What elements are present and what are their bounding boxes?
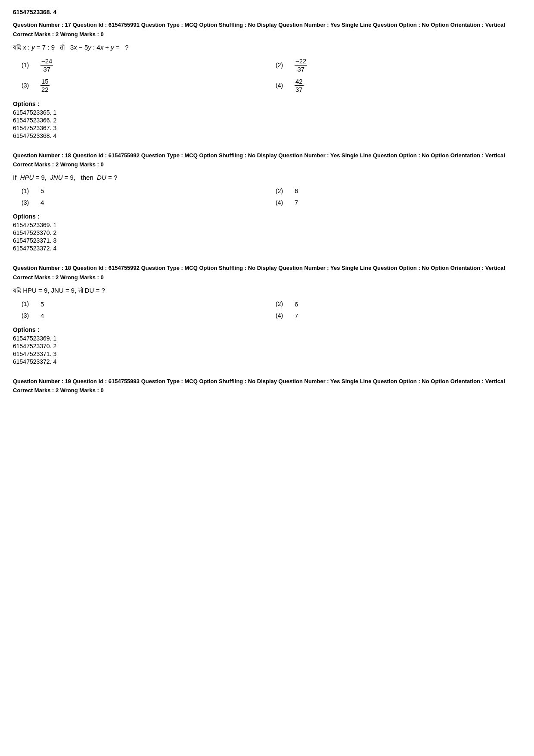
options-label-17: Options :: [13, 100, 521, 107]
option-num-2-18a: (2): [276, 187, 288, 194]
numerator-3-17: 15: [40, 78, 50, 86]
denominator-4-17: 37: [295, 86, 304, 94]
option-num-1-17: (1): [22, 62, 34, 69]
option-2-18a: (2) 6: [276, 187, 521, 194]
question-block-18b: Question Number : 18 Question Id : 61547…: [13, 264, 521, 365]
option-num-4-18a: (4): [276, 199, 288, 206]
options-grid-18b: (1) 5 (2) 6 (3) 4 (4) 7: [13, 300, 521, 319]
question-block-19: Question Number : 19 Question Id : 61547…: [13, 377, 521, 394]
denominator-1-17: 37: [42, 66, 51, 73]
options-grid-17: (1) −24 37 (2) −22 37 (3) 15 22 (4): [13, 57, 521, 94]
option-3-18a: (3) 4: [22, 199, 267, 206]
option-num-2-18b: (2): [276, 300, 288, 307]
option-4-18b: (4) 7: [276, 312, 521, 319]
option-num-4-18b: (4): [276, 312, 288, 319]
fraction-2-17: −22 37: [295, 57, 307, 73]
option-3-18b: (3) 4: [22, 312, 267, 319]
option-num-2-17: (2): [276, 62, 288, 69]
option-4-18a: (4) 7: [276, 199, 521, 206]
option-code-4-18b: 61547523372. 4: [13, 358, 521, 365]
top-id: 61547523368. 4: [13, 9, 521, 16]
option-code-4-18a: 61547523372. 4: [13, 245, 521, 252]
option-code-4-17: 61547523368. 4: [13, 132, 521, 139]
question-block-18a: Question Number : 18 Question Id : 61547…: [13, 151, 521, 252]
fraction-1-17: −24 37: [40, 57, 53, 73]
option-1-18b: (1) 5: [22, 300, 267, 308]
option-2-18b: (2) 6: [276, 300, 521, 308]
option-code-3-17: 61547523367. 3: [13, 125, 521, 131]
question-meta-18a: Question Number : 18 Question Id : 61547…: [13, 151, 521, 160]
question-meta-18b: Question Number : 18 Question Id : 61547…: [13, 264, 521, 272]
fraction-4-17: 42 37: [295, 78, 304, 94]
option-val-2-18a: 6: [295, 187, 298, 194]
marks-line-17: Correct Marks : 2 Wrong Marks : 0: [13, 31, 521, 37]
fraction-3-17: 15 22: [40, 78, 50, 94]
option-code-1-17: 61547523365. 1: [13, 109, 521, 116]
question-text-18a: If HPU = 9, JNU = 9, then DU = ?: [13, 174, 117, 181]
denominator-3-17: 22: [40, 86, 50, 94]
option-num-1-18b: (1): [22, 300, 34, 307]
option-val-2-18b: 6: [295, 300, 298, 308]
option-code-2-17: 61547523366. 2: [13, 117, 521, 124]
option-num-1-18a: (1): [22, 187, 34, 194]
question-content-17: यदि x : y = 7 : 9 तो 3x − 5y : 4x + y = …: [13, 44, 521, 51]
numerator-2-17: −22: [295, 57, 307, 66]
options-grid-18a: (1) 5 (2) 6 (3) 4 (4) 7: [13, 187, 521, 206]
question-content-18a: If HPU = 9, JNU = 9, then DU = ?: [13, 174, 521, 181]
denominator-2-17: 37: [296, 66, 305, 73]
option-val-3-18b: 4: [40, 312, 44, 319]
marks-line-18b: Correct Marks : 2 Wrong Marks : 0: [13, 274, 521, 281]
question-text-17: यदि x : y = 7 : 9 तो 3x − 5y : 4x + y = …: [13, 44, 129, 51]
option-val-1-18a: 5: [40, 187, 44, 194]
options-label-18b: Options :: [13, 326, 521, 333]
marks-line-18a: Correct Marks : 2 Wrong Marks : 0: [13, 161, 521, 168]
option-num-4-17: (4): [276, 82, 288, 89]
options-label-18a: Options :: [13, 213, 521, 220]
option-code-1-18b: 61547523369. 1: [13, 335, 521, 342]
marks-line-19: Correct Marks : 2 Wrong Marks : 0: [13, 387, 521, 394]
option-code-3-18a: 61547523371. 3: [13, 237, 521, 244]
option-val-4-18a: 7: [295, 199, 298, 206]
option-1-18a: (1) 5: [22, 187, 267, 194]
option-num-3-17: (3): [22, 82, 34, 89]
numerator-4-17: 42: [295, 78, 304, 86]
option-num-3-18a: (3): [22, 199, 34, 206]
question-content-18b: यदि HPU = 9, JNU = 9, तो DU = ?: [13, 287, 521, 294]
option-1-17: (1) −24 37: [22, 57, 267, 73]
numerator-1-17: −24: [40, 57, 53, 66]
option-num-3-18b: (3): [22, 312, 34, 319]
option-val-3-18a: 4: [40, 199, 44, 206]
question-block-17: Question Number : 17 Question Id : 61547…: [13, 21, 521, 139]
option-code-2-18b: 61547523370. 2: [13, 343, 521, 350]
option-code-3-18b: 61547523371. 3: [13, 350, 521, 357]
option-val-4-18b: 7: [295, 312, 298, 319]
option-val-1-18b: 5: [40, 300, 44, 308]
question-meta-19: Question Number : 19 Question Id : 61547…: [13, 377, 521, 386]
question-meta-17: Question Number : 17 Question Id : 61547…: [13, 21, 521, 29]
option-code-1-18a: 61547523369. 1: [13, 222, 521, 228]
option-code-2-18a: 61547523370. 2: [13, 229, 521, 236]
option-2-17: (2) −22 37: [276, 57, 521, 73]
option-3-17: (3) 15 22: [22, 78, 267, 94]
question-text-18b: यदि HPU = 9, JNU = 9, तो DU = ?: [13, 287, 105, 294]
option-4-17: (4) 42 37: [276, 78, 521, 94]
